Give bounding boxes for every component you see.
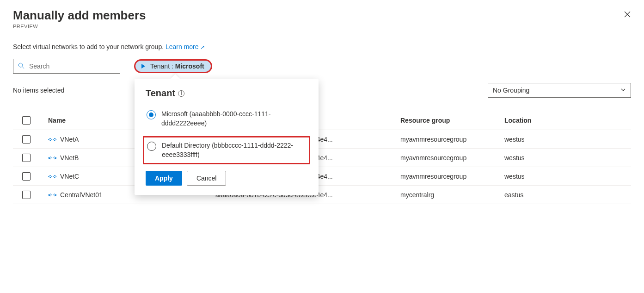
row-name: VNetC — [60, 173, 79, 180]
col-header-resource-group[interactable]: Resource group — [400, 117, 504, 124]
row-name: VNetA — [60, 136, 79, 143]
svg-text:<··>: <··> — [48, 174, 56, 179]
close-button[interactable] — [624, 10, 631, 19]
svg-text:<··>: <··> — [48, 137, 56, 142]
row-location: westus — [504, 154, 620, 162]
tenant-pill-text: Tenant : Microsoft — [150, 62, 204, 70]
svg-text:<··>: <··> — [48, 155, 56, 161]
subtitle-text: Select virtual networks to add to your n… — [13, 43, 166, 50]
apply-button[interactable]: Apply — [146, 171, 182, 186]
search-icon — [18, 62, 25, 70]
tenant-option-microsoft[interactable]: Microsoft (aaaabbbb-0000-cccc-1111-dddd2… — [146, 108, 307, 130]
select-all-checkbox[interactable] — [22, 116, 31, 125]
row-checkbox[interactable] — [22, 191, 31, 199]
chevron-down-icon — [620, 87, 626, 94]
table-header-row: Name Subscription Resource group Locatio… — [13, 111, 631, 130]
radio-label: Microsoft (aaaabbbb-0000-cccc-1111-dddd2… — [161, 110, 307, 128]
controls-row: Tenant : Microsoft — [13, 59, 631, 74]
tenant-icon — [138, 62, 147, 71]
row-name: CentralVNet01 — [60, 191, 103, 199]
popup-actions: Apply Cancel — [146, 171, 307, 186]
tenant-option-default-directory[interactable]: Default Directory (bbbbcccc-1111-dddd-22… — [143, 136, 310, 164]
row-checkbox[interactable] — [22, 172, 31, 181]
table-row[interactable]: <··> CentralVNet01 aaaa0a0a-bb1b-cc2c-dd… — [13, 186, 631, 204]
tenant-popup: Tenant i Microsoft (aaaabbbb-0000-cccc-1… — [135, 79, 319, 195]
tenant-filter-pill[interactable]: Tenant : Microsoft — [134, 59, 212, 73]
vnet-icon: <··> — [48, 192, 56, 198]
vnet-icon: <··> — [48, 155, 56, 161]
row-checkbox[interactable] — [22, 135, 31, 143]
popup-title: Tenant i — [146, 88, 307, 99]
row-location: eastus — [504, 191, 620, 199]
popup-caret — [171, 74, 180, 79]
svg-text:<··>: <··> — [48, 192, 56, 198]
svg-marker-2 — [141, 64, 145, 69]
search-box[interactable] — [13, 59, 120, 74]
learn-more-link[interactable]: Learn more ↗ — [166, 43, 205, 50]
table-row[interactable]: <··> VNetB aaaa0a0a-bb1b-cc2c-dd3d-eeeee… — [13, 149, 631, 167]
vnet-icon: <··> — [48, 174, 56, 179]
dialog-container: Manually add members PREVIEW Select virt… — [0, 0, 644, 293]
row-name: VNetB — [60, 154, 79, 162]
row-resource-group: myavnmresourcegroup — [400, 173, 504, 180]
info-icon[interactable]: i — [178, 90, 184, 97]
selection-status: No items selected — [13, 87, 64, 94]
preview-badge: PREVIEW — [13, 24, 631, 29]
page-title: Manually add members — [13, 8, 631, 23]
search-input[interactable] — [28, 62, 115, 70]
table-row[interactable]: <··> VNetC aaaa0a0a-bb1b-cc2c-dd3d-eeeee… — [13, 167, 631, 186]
close-icon — [624, 11, 631, 18]
subtitle: Select virtual networks to add to your n… — [13, 43, 631, 50]
vnet-icon: <··> — [48, 137, 56, 142]
col-header-location[interactable]: Location — [504, 117, 620, 124]
grouping-dropdown[interactable]: No Grouping — [488, 83, 631, 98]
status-row: No items selected No Grouping — [13, 83, 631, 98]
radio-button[interactable] — [147, 110, 156, 119]
row-resource-group: myavnmresourcegroup — [400, 136, 504, 143]
svg-line-1 — [22, 66, 24, 68]
grouping-selected-label: No Grouping — [493, 87, 529, 94]
radio-button[interactable] — [147, 142, 156, 151]
row-location: westus — [504, 173, 620, 180]
svg-point-0 — [18, 63, 23, 67]
row-checkbox[interactable] — [22, 154, 31, 162]
radio-label: Default Directory (bbbbcccc-1111-dddd-22… — [162, 141, 306, 159]
row-location: westus — [504, 136, 620, 143]
row-resource-group: mycentralrg — [400, 191, 504, 199]
vnets-table: Name Subscription Resource group Locatio… — [13, 111, 631, 204]
row-resource-group: myavnmresourcegroup — [400, 154, 504, 162]
external-link-icon: ↗ — [200, 44, 205, 50]
table-row[interactable]: <··> VNetA aaaa0a0a-bb1b-cc2c-dd3d-eeeee… — [13, 130, 631, 149]
cancel-button[interactable]: Cancel — [187, 171, 227, 186]
